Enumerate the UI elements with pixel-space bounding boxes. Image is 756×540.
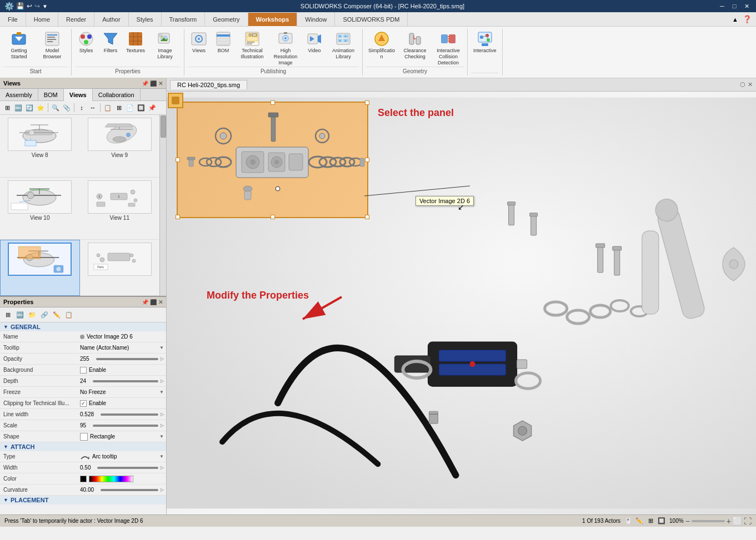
prop-linewidth-value[interactable]: 0.528 ▷: [78, 409, 166, 420]
view-cell-10[interactable]: View 10: [0, 178, 80, 240]
tab-transform[interactable]: Transform: [162, 12, 206, 27]
prop-opacity-slider[interactable]: [96, 358, 158, 360]
prop-curvature-slider[interactable]: [101, 489, 158, 491]
view-cell-bottom-right[interactable]: Parts: [80, 240, 160, 296]
views-btn-1[interactable]: ⊞: [2, 103, 12, 113]
props-dock-btn[interactable]: ⬛: [150, 299, 157, 305]
ribbon-technical-illustration[interactable]: Technical Illustration: [237, 29, 268, 61]
zoom-fit-btn[interactable]: ⬜: [733, 517, 742, 526]
ribbon-bom[interactable]: BOM: [212, 29, 234, 55]
prop-clipping-value[interactable]: Enable: [78, 398, 166, 408]
views-btn-6[interactable]: 📎: [62, 103, 72, 113]
ribbon-simplification[interactable]: Simplification: [366, 29, 397, 61]
zoom-out-btn[interactable]: −: [685, 517, 690, 526]
quick-more-btn[interactable]: ▼: [42, 3, 48, 9]
prop-tooltip-value[interactable]: Name (Actor.Name) ▼: [78, 342, 166, 353]
ribbon-getting-started[interactable]: Getting Started: [3, 29, 34, 61]
prop-color-bar[interactable]: [89, 476, 133, 482]
status-icon-3[interactable]: ⊞: [646, 517, 655, 526]
zoom-in-btn[interactable]: +: [727, 517, 731, 526]
tab-render[interactable]: Render: [58, 12, 94, 27]
ribbon-styles[interactable]: Styles: [75, 29, 97, 55]
views-scroll-thumb[interactable]: [161, 115, 166, 138]
quick-undo-btn[interactable]: ↩: [27, 2, 32, 10]
props-section-placement[interactable]: ▼ PLACEMENT: [0, 496, 166, 504]
ribbon-interactive[interactable]: Interactive: [471, 29, 499, 55]
tab-assembly[interactable]: Assembly: [0, 89, 38, 101]
ribbon-animation-library[interactable]: Animation Library: [328, 29, 359, 61]
prop-freeze-value[interactable]: No Freeze ▼: [78, 387, 166, 397]
ribbon-textures[interactable]: Textures: [124, 29, 147, 55]
view-cell-11[interactable]: 1 2 View 11: [80, 178, 160, 240]
tab-styles[interactable]: Styles: [129, 12, 162, 27]
status-icon-4[interactable]: 🔲: [657, 517, 666, 526]
props-btn-4[interactable]: 🔗: [39, 309, 50, 320]
view-cell-9[interactable]: View 9: [80, 115, 160, 177]
prop-linewidth-slider[interactable]: [101, 413, 158, 416]
ribbon-image-library[interactable]: Image Library: [149, 29, 181, 61]
views-btn-13[interactable]: 📌: [147, 103, 157, 113]
prop-scale-value[interactable]: 95 ▷: [78, 420, 166, 431]
props-btn-2[interactable]: 🔤: [14, 309, 26, 320]
views-dock-btn[interactable]: ⬛: [150, 80, 157, 87]
status-icon-1[interactable]: 🖱️: [624, 517, 633, 526]
prop-opacity-value[interactable]: 255 ▷: [78, 354, 166, 364]
prop-color-value[interactable]: [78, 473, 166, 484]
views-btn-3[interactable]: 🔄: [24, 103, 34, 113]
prop-background-value[interactable]: Enable: [78, 365, 166, 375]
props-pin-btn[interactable]: 📌: [142, 299, 148, 305]
ribbon-clearance-checking[interactable]: Clearance Checking: [399, 29, 430, 61]
ribbon-interactive-collision[interactable]: Interactive Collision Detection: [433, 29, 464, 67]
views-btn-10[interactable]: ⊞: [114, 103, 124, 113]
views-close-btn[interactable]: ✕: [158, 80, 163, 87]
prop-width-value[interactable]: 0.50 ▷: [78, 462, 166, 473]
views-pin-btn[interactable]: 📌: [142, 80, 148, 87]
tab-workshops[interactable]: workshops: [248, 13, 298, 27]
props-btn-1[interactable]: ⊞: [2, 309, 13, 320]
views-btn-8[interactable]: ↔: [88, 103, 98, 113]
ribbon-high-resolution[interactable]: High Resolution Image: [270, 29, 301, 67]
viewport-tab[interactable]: RC Heli-2020_tips.smg: [170, 80, 247, 89]
close-btn[interactable]: ✕: [742, 2, 752, 10]
status-icon-2[interactable]: ✏️: [635, 517, 644, 526]
prop-clipping-checkbox[interactable]: [80, 400, 87, 407]
tab-collaboration[interactable]: Collaboration: [93, 89, 141, 101]
prop-depth-slider[interactable]: [93, 380, 158, 382]
views-btn-7[interactable]: ↕: [77, 103, 87, 113]
views-btn-2[interactable]: 🔤: [13, 103, 23, 113]
prop-background-checkbox[interactable]: [80, 367, 87, 374]
props-close-btn[interactable]: ✕: [158, 299, 163, 305]
prop-name-value[interactable]: Vector Image 2D 6: [78, 331, 166, 342]
tab-file[interactable]: File: [0, 12, 26, 27]
tab-solidworks-pdm[interactable]: SOLIDWORKS PDM: [335, 12, 408, 27]
tab-window[interactable]: Window: [297, 12, 335, 27]
tab-author[interactable]: Author: [94, 12, 128, 27]
zoom-slider[interactable]: [692, 520, 725, 522]
help-btn[interactable]: ❓: [743, 15, 752, 23]
prop-curvature-value[interactable]: 40.00 ▷: [78, 485, 166, 495]
quick-redo-btn[interactable]: ↪: [34, 2, 40, 10]
viewport-close-btn[interactable]: ✕: [748, 81, 753, 88]
views-btn-9[interactable]: 📋: [103, 103, 113, 113]
views-btn-4[interactable]: ⭐: [36, 103, 46, 113]
prop-scale-slider[interactable]: [93, 425, 158, 427]
view-cell-active[interactable]: [0, 240, 80, 296]
views-btn-12[interactable]: 🔲: [136, 103, 146, 113]
props-btn-5[interactable]: ✏️: [51, 309, 62, 320]
minimize-btn[interactable]: ─: [717, 2, 727, 10]
view-cell-8[interactable]: View 8: [0, 115, 80, 177]
ribbon-filters[interactable]: Filters: [99, 29, 122, 55]
props-section-attach[interactable]: ▼ ATTACH: [0, 442, 166, 451]
quick-save-btn[interactable]: 💾: [16, 2, 24, 10]
views-scrollbar[interactable]: [159, 115, 166, 296]
restore-btn[interactable]: □: [729, 2, 739, 10]
ribbon-video[interactable]: Video: [303, 29, 326, 55]
prop-width-slider[interactable]: [97, 467, 158, 469]
props-btn-3[interactable]: 📁: [27, 309, 38, 320]
prop-depth-value[interactable]: 24 ▷: [78, 376, 166, 386]
orange-selection-panel[interactable]: Vector Image 2D 6 ↙: [177, 102, 368, 218]
tab-home[interactable]: Home: [26, 12, 58, 27]
zoom-fullscreen-btn[interactable]: ⛶: [744, 517, 752, 526]
props-section-general[interactable]: ▼ GENERAL: [0, 322, 166, 331]
main-viewport[interactable]: Vector Image 2D 6 ↙ Select the panel Mod…: [167, 92, 756, 514]
